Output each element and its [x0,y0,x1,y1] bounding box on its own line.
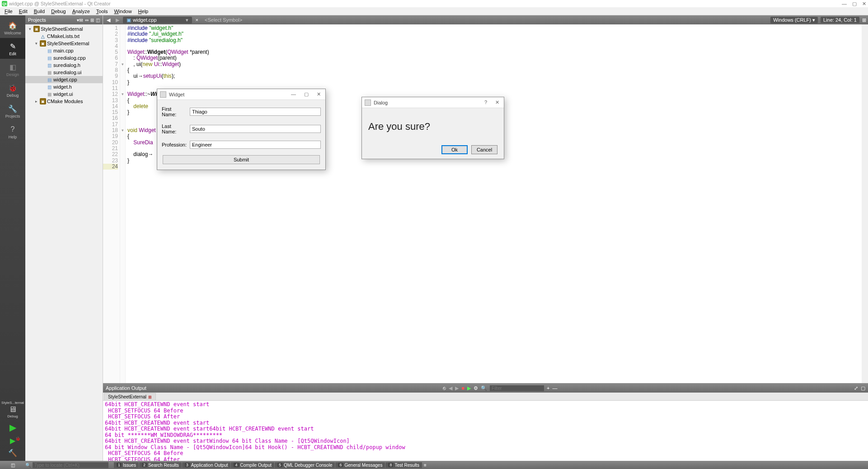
mode-design[interactable]: ◧ Design [0,59,25,80]
kit-selector[interactable]: StyleS...ternal 🖥 Debug [1,401,24,418]
tree-item[interactable]: ▤suredialog.cpp [25,54,103,62]
tree-item[interactable]: ▦widget.ui [25,90,103,98]
profession-input[interactable] [190,141,321,149]
stop-icon[interactable]: ■ [461,385,464,391]
tree-item[interactable]: ▾▣StyleSheetExternal [25,40,103,47]
output-text[interactable]: 64bit HCBT_CREATEWND event start HCBT_SE… [103,401,868,461]
output-filter-input[interactable] [490,385,544,391]
tree-item[interactable]: ▥widget.h [25,83,103,90]
dialog-close-button[interactable]: ✕ [493,99,501,105]
search-icon: 🔍 [481,385,487,391]
menu-help[interactable]: Help [136,8,151,15]
build-button[interactable]: 🔨 [8,449,17,457]
filter-icon[interactable]: ▾𝍇 [77,18,83,23]
profession-label: Profession: [162,142,187,147]
window-maximize-button[interactable]: ▢ [852,1,857,7]
ok-button[interactable]: Ok [441,145,468,154]
expand-icon[interactable]: ⤢ [854,385,858,391]
code-editor[interactable]: 123456789101112131415161718192021222324 … [103,24,868,383]
menu-analyze[interactable]: Analyze [70,8,93,15]
sidebar-toggle-icon[interactable]: ◫ [11,463,15,468]
menu-window[interactable]: Window [111,8,134,15]
dialog-close-button[interactable]: ✕ [315,91,323,97]
confirm-dialog-titlebar[interactable]: Dialog ? ✕ [362,97,504,108]
dialog-minimize-button[interactable]: — [289,91,298,97]
mode-debug[interactable]: 🐞 Debug [0,80,25,100]
monitor-icon: 🖥 [9,405,17,414]
symbol-dropdown[interactable]: <Select Symbol> [202,17,245,23]
menu-tools[interactable]: Tools [94,8,111,15]
close-file-button[interactable]: × [194,17,200,23]
confirm-dialog: Dialog ? ✕ Are you sure? Ok Cancel [361,97,504,159]
last-name-input[interactable] [190,125,321,133]
editor-scrollbar[interactable] [862,24,868,383]
tree-item[interactable]: ▦suredialog.ui [25,69,103,76]
run-button[interactable]: ▶ [9,422,16,433]
split-icon[interactable]: ◫ [96,18,100,23]
add-output-icon[interactable]: + [547,385,549,391]
home-icon: 🏠 [6,20,19,31]
project-tree[interactable]: ▾▣StyleSheetExternal△CMakeLists.txt▾▣Sty… [25,24,103,461]
menu-build[interactable]: Build [31,8,47,15]
tree-item[interactable]: ▾▣StyleSheetExternal [25,25,103,33]
close-tab-icon[interactable]: ⊠ [148,395,152,399]
menu-edit[interactable]: Edit [16,8,30,15]
status-tab[interactable]: 1Issues [114,462,139,468]
add-icon[interactable]: ⊞ [90,18,94,23]
status-tab[interactable]: 4Compile Output [231,462,274,468]
prev-icon[interactable]: ◀ [449,385,452,391]
mode-welcome[interactable]: 🏠 Welcome [0,17,25,38]
dialog-help-button[interactable]: ? [483,99,489,105]
mode-projects[interactable]: 🔧 Projects [0,100,25,121]
code-text[interactable]: #include "widget.h"#include "./ui_widget… [126,24,868,383]
fold-column[interactable]: ▾ ▾ ▾ [120,24,126,383]
window-close-button[interactable]: ✕ [862,1,866,7]
next-icon[interactable]: ▶ [455,385,459,391]
menu-debug[interactable]: Debug [48,8,68,15]
tree-item[interactable]: ▥suredialog.h [25,62,103,69]
output-tab[interactable]: StyleSheetExternal ⊠ [104,393,156,400]
collapse-output-icon[interactable]: — [553,385,558,391]
tree-item[interactable]: ▸▣CMake Modules [25,98,103,105]
status-tab[interactable]: 2Search Results [139,462,182,468]
status-tab[interactable]: 3Application Output [182,462,231,468]
output-tabs: StyleSheetExternal ⊠ [103,393,868,401]
split-editor-icon[interactable]: ⊞ [862,17,866,23]
settings-icon[interactable]: ⚙ [474,385,478,391]
tree-item[interactable]: △CMakeLists.txt [25,33,103,40]
close-output-icon[interactable]: ▢ [861,385,865,391]
open-file-dropdown[interactable]: ▣ widget.cpp ▾ [123,17,192,24]
edit-icon: ✎ [6,41,19,52]
first-name-input[interactable] [190,108,321,116]
wrench-icon: 🔧 [6,103,19,114]
help-icon: ? [6,124,19,135]
line-ending-selector[interactable]: Windows (CRLF) ▾ [770,17,818,24]
nav-forward-button[interactable]: ▶ [114,17,121,23]
output-toolbar: Application Output ⎋ ◀ ▶ ■ ▶ ⚙ 🔍 + — ⤢ ▢ [103,384,868,393]
mode-rail: 🏠 Welcome ✎ Edit ◧ Design 🐞 Debug 🔧 Proj… [0,15,25,461]
tree-item[interactable]: ▤widget.cpp [25,76,103,83]
widget-dialog: Widget — ▢ ✕ First Name: Last Name: Prof… [157,89,326,170]
submit-button[interactable]: Submit [163,155,320,164]
attach-icon[interactable]: ⎋ [443,385,446,391]
tabs-overflow-icon[interactable]: ≡ [424,463,427,468]
status-tab[interactable]: 5QML Debugger Console [275,462,335,468]
cancel-button[interactable]: Cancel [471,145,497,154]
run-debug-button[interactable]: ▶🐞 [10,436,15,445]
dialog-app-icon [160,91,166,98]
widget-dialog-titlebar[interactable]: Widget — ▢ ✕ [157,89,325,100]
locate-icon: 🔍 [25,463,31,468]
dialog-maximize-button[interactable]: ▢ [302,91,310,97]
menu-file[interactable]: FFileile [2,8,15,15]
last-name-label: Last Name: [162,123,187,134]
locator-input[interactable] [33,462,108,468]
rerun-icon[interactable]: ▶ [467,385,471,391]
window-minimize-button[interactable]: — [842,1,847,7]
mode-help[interactable]: ? Help [0,121,25,142]
mode-edit[interactable]: ✎ Edit [0,38,25,59]
tree-item[interactable]: ▤main.cpp [25,47,103,54]
status-tab[interactable]: 6General Messages [335,462,385,468]
link-icon[interactable]: ⇔ [85,18,89,23]
status-tab[interactable]: 8Test Results [385,462,422,468]
nav-back-button[interactable]: ◀ [105,17,112,23]
